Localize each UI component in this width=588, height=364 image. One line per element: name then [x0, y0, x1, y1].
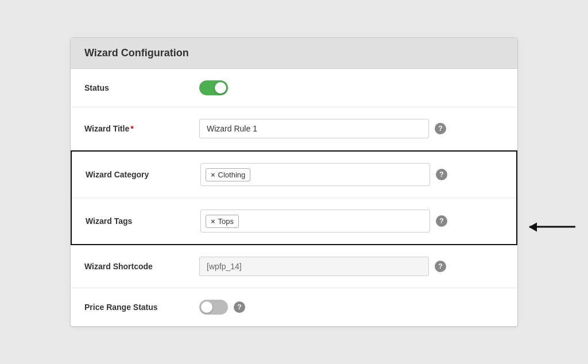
wizard-title-row: Wizard Title* ?	[71, 107, 517, 150]
arrow-line	[529, 226, 575, 228]
wizard-title-help-icon[interactable]: ?	[435, 123, 446, 134]
tag-tops: × Tops	[206, 215, 239, 228]
wizard-category-row: Wizard Category × Clothing ?	[72, 152, 516, 198]
wizard-shortcode-input[interactable]	[199, 257, 429, 276]
price-range-toggle-track	[199, 300, 228, 315]
price-range-label: Price Range Status	[84, 303, 199, 312]
required-indicator: *	[130, 124, 133, 133]
wizard-title-label: Wizard Title*	[84, 124, 199, 133]
wizard-title-field: ?	[199, 119, 504, 138]
status-row: Status	[71, 69, 517, 107]
status-toggle[interactable]	[199, 80, 228, 95]
price-range-row: Price Range Status ?	[71, 288, 517, 326]
wizard-tags-field: × Tops ?	[200, 210, 502, 233]
wizard-title-input[interactable]	[199, 119, 429, 138]
category-tag-remove[interactable]: ×	[211, 171, 215, 179]
wizard-tags-input[interactable]: × Tops	[200, 210, 430, 233]
card-header: Wizard Configuration	[71, 38, 517, 69]
page-title: Wizard Configuration	[84, 47, 504, 59]
wizard-shortcode-field: ?	[199, 257, 504, 276]
price-range-field: ?	[199, 300, 504, 315]
toggle-knob	[215, 82, 226, 94]
wizard-shortcode-label: Wizard Shortcode	[84, 262, 199, 271]
wizard-category-help-icon[interactable]: ?	[436, 169, 447, 180]
status-field	[199, 80, 504, 95]
category-tag-label: Clothing	[218, 171, 246, 179]
wizard-shortcode-help-icon[interactable]: ?	[435, 261, 446, 272]
price-range-toggle-knob	[201, 301, 212, 313]
price-range-help-icon[interactable]: ?	[234, 301, 245, 313]
toggle-track	[199, 80, 228, 95]
price-range-toggle[interactable]	[199, 300, 228, 315]
wizard-tags-label: Wizard Tags	[86, 216, 200, 226]
status-label: Status	[84, 83, 199, 92]
wizard-tags-row: Wizard Tags × Tops ?	[72, 198, 516, 244]
arrow-annotation	[529, 226, 575, 228]
tag-tops-label: Tops	[218, 217, 234, 226]
wizard-category-field: × Clothing ?	[200, 163, 502, 186]
wizard-tags-help-icon[interactable]: ?	[436, 215, 447, 227]
tag-tops-remove[interactable]: ×	[211, 218, 215, 225]
wizard-shortcode-row: Wizard Shortcode ?	[71, 245, 517, 288]
highlighted-section: Wizard Category × Clothing ? Wizard Tags	[71, 150, 517, 245]
wizard-category-label: Wizard Category	[86, 170, 200, 179]
category-tag-clothing: × Clothing	[206, 168, 250, 181]
wizard-category-input[interactable]: × Clothing	[200, 163, 430, 186]
